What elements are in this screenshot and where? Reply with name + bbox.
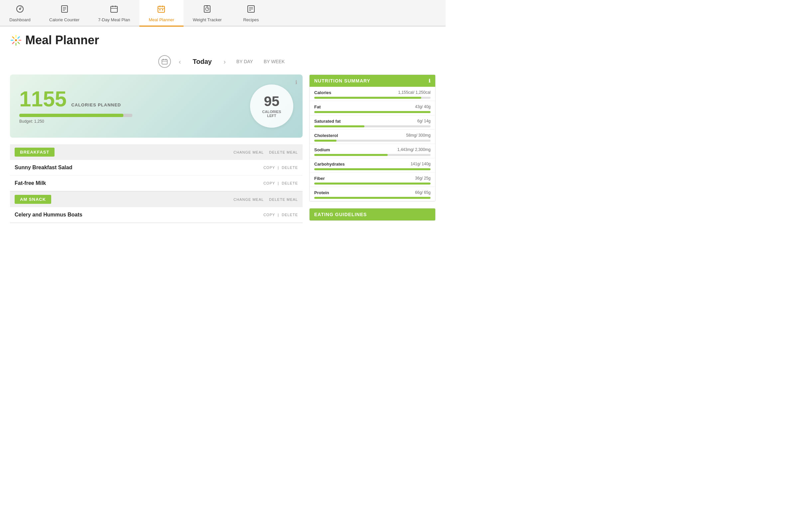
svg-rect-14 — [159, 9, 160, 10]
nav-item-weight-tracker[interactable]: Weight Tracker — [184, 0, 231, 26]
nav-label-weight-tracker: Weight Tracker — [193, 17, 222, 22]
nav-label-meal-planner: Meal Planner — [149, 17, 174, 22]
calories-planned-number: 1155 — [19, 89, 66, 110]
am-snack-section: AM SNACK CHANGE MEAL DELETE MEAL Celery … — [10, 191, 303, 223]
eating-guidelines-card: EATING GUIDELINES — [309, 208, 436, 221]
right-column: NUTRITION SUMMARY ℹ Calories 1,155cal/ 1… — [309, 75, 436, 223]
sunny-breakfast-salad-name: Sunny Breakfast Salad — [15, 165, 72, 171]
sparkle-logo-icon — [10, 34, 22, 46]
left-column: ℹ 1155 CALORIES PLANNED Budget: 1,250 95… — [10, 75, 303, 223]
fat-free-milk-name: Fat-free Milk — [15, 180, 46, 186]
nav-item-calorie-counter[interactable]: Calorie Counter — [40, 0, 89, 26]
nav-icon-recipes — [247, 5, 255, 15]
breakfast-actions: CHANGE MEAL DELETE MEAL — [233, 150, 298, 154]
meal-item: Sunny Breakfast Salad COPY | DELETE — [10, 160, 303, 175]
nutrition-row-saturated-fat: Saturated fat 6g/ 14g — [309, 115, 435, 130]
svg-line-18 — [207, 8, 208, 9]
nutrition-row-carbohydrates: Carbohydrates 141g/ 140g — [309, 158, 435, 173]
celery-hummus-boats-delete[interactable]: DELETE — [282, 213, 298, 217]
nutrition-carbohydrates-value: 141g/ 140g — [411, 162, 431, 167]
nutrition-fiber-label: Fiber — [314, 176, 325, 181]
svg-point-17 — [206, 7, 209, 11]
nutrition-row-cholesterol: Cholesterol 58mg/ 300mg — [309, 130, 435, 144]
nav-label-calorie-counter: Calorie Counter — [49, 17, 79, 22]
fat-free-milk-actions: COPY | DELETE — [263, 181, 298, 185]
calorie-budget-label: Budget: 1,250 — [19, 119, 250, 124]
meal-item: Celery and Hummus Boats COPY | DELETE — [10, 207, 303, 223]
nutrition-summary-header: NUTRITION SUMMARY ℹ — [309, 75, 435, 87]
nav-label-7-day-meal-plan: 7-Day Meal Plan — [98, 17, 130, 22]
celery-hummus-boats-copy[interactable]: COPY — [263, 213, 275, 217]
nutrition-row-calories: Calories 1,155cal/ 1,250cal — [309, 87, 435, 101]
fat-free-milk-copy[interactable]: COPY — [263, 181, 275, 185]
breakfast-change-meal[interactable]: CHANGE MEAL — [233, 150, 264, 154]
calorie-title-row: 1155 CALORIES PLANNED — [19, 89, 250, 110]
nutrition-carbohydrates-label: Carbohydrates — [314, 162, 345, 167]
nav-item-7-day-meal-plan[interactable]: 7-Day Meal Plan — [89, 0, 139, 26]
svg-line-31 — [12, 42, 14, 44]
am-snack-delete-meal[interactable]: DELETE MEAL — [269, 197, 298, 202]
am-snack-actions: CHANGE MEAL DELETE MEAL — [233, 197, 298, 202]
nutrition-summary-card: NUTRITION SUMMARY ℹ Calories 1,155cal/ 1… — [309, 75, 436, 202]
nutrition-protein-label: Protein — [314, 190, 329, 195]
nutrition-saturated-fat-label: Saturated fat — [314, 119, 341, 124]
svg-point-23 — [15, 39, 17, 41]
nav-icon-weight-tracker — [203, 5, 211, 15]
nutrition-row-fiber: Fiber 36g/ 25g — [309, 173, 435, 187]
sunny-breakfast-salad-delete[interactable]: DELETE — [282, 166, 298, 170]
nutrition-fat-label: Fat — [314, 104, 321, 109]
celery-hummus-boats-actions: COPY | DELETE — [263, 213, 298, 217]
svg-line-29 — [18, 42, 20, 44]
calorie-progress-bar — [19, 114, 132, 117]
nutrition-summary-title: NUTRITION SUMMARY — [314, 78, 370, 83]
nav-item-dashboard[interactable]: Dashboard — [0, 0, 40, 26]
nutrition-protein-value: 66g/ 65g — [415, 190, 431, 195]
calorie-left-section: 1155 CALORIES PLANNED Budget: 1,250 — [19, 89, 250, 124]
celery-hummus-boats-name: Celery and Hummus Boats — [15, 212, 82, 218]
am-snack-header: AM SNACK CHANGE MEAL DELETE MEAL — [10, 191, 303, 207]
nav-item-meal-planner[interactable]: Meal Planner — [139, 0, 184, 26]
prev-day-button[interactable]: ‹ — [176, 57, 184, 67]
breakfast-section: BREAKFAST CHANGE MEAL DELETE MEAL Sunny … — [10, 144, 303, 191]
nav-icon-calorie-counter — [60, 5, 69, 15]
svg-point-1 — [19, 8, 21, 10]
am-snack-label: AM SNACK — [15, 195, 51, 204]
svg-line-28 — [12, 37, 14, 39]
page-content: Meal Planner ‹ Today › BY DAY BY WEEK ℹ — [0, 26, 445, 230]
nutrition-calories-label: Calories — [314, 90, 331, 95]
calories-left-circle: 95 CALORIESLEFT — [250, 84, 293, 128]
sunny-breakfast-salad-copy[interactable]: COPY — [263, 166, 275, 170]
nav-icon-7-day-meal-plan — [110, 5, 118, 15]
nutrition-cholesterol-value: 58mg/ 300mg — [406, 133, 431, 138]
nutrition-row-fat: Fat 43g/ 40g — [309, 101, 435, 115]
nutrition-calories-value: 1,155cal/ 1,250cal — [398, 90, 431, 95]
meals-container: BREAKFAST CHANGE MEAL DELETE MEAL Sunny … — [10, 144, 303, 223]
nav-bar: DashboardCalorie Counter7-Day Meal PlanM… — [0, 0, 445, 26]
svg-line-30 — [18, 37, 20, 39]
by-week-button[interactable]: BY WEEK — [261, 58, 288, 65]
calories-left-label: CALORIESLEFT — [262, 110, 281, 118]
eating-guidelines-header: EATING GUIDELINES — [309, 208, 435, 221]
current-date-label: Today — [189, 58, 215, 65]
calorie-bar-fill — [19, 114, 124, 117]
nav-label-recipes: Recipes — [243, 17, 259, 22]
svg-rect-6 — [111, 6, 117, 12]
calorie-info-icon[interactable]: ℹ — [295, 79, 297, 86]
calories-left-number: 95 — [264, 94, 280, 108]
next-day-button[interactable]: › — [221, 57, 228, 67]
fat-free-milk-delete[interactable]: DELETE — [282, 181, 298, 185]
am-snack-change-meal[interactable]: CHANGE MEAL — [233, 197, 264, 202]
breakfast-delete-meal[interactable]: DELETE MEAL — [269, 150, 298, 154]
by-day-button[interactable]: BY DAY — [234, 58, 256, 65]
nutrition-saturated-fat-value: 6g/ 14g — [417, 119, 431, 124]
calendar-button[interactable] — [158, 55, 171, 68]
calorie-summary-card: ℹ 1155 CALORIES PLANNED Budget: 1,250 95… — [10, 75, 303, 138]
date-navigation: ‹ Today › BY DAY BY WEEK — [10, 55, 436, 68]
svg-rect-15 — [162, 9, 163, 10]
svg-rect-16 — [204, 6, 210, 12]
nutrition-info-icon[interactable]: ℹ — [429, 78, 431, 83]
nutrition-row-sodium: Sodium 1,443mg/ 2,300mg — [309, 144, 435, 158]
nav-item-recipes[interactable]: Recipes — [231, 0, 271, 26]
eating-guidelines-title: EATING GUIDELINES — [314, 212, 367, 217]
nav-label-dashboard: Dashboard — [9, 17, 31, 22]
